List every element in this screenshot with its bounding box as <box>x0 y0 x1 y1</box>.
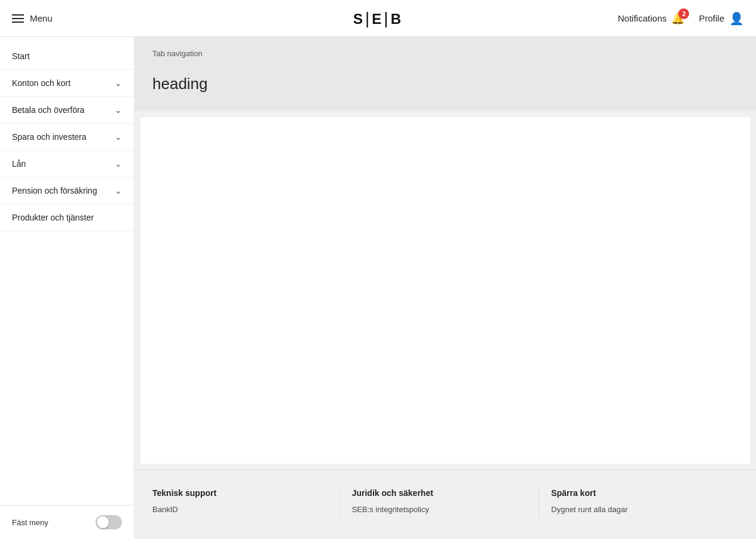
chevron-down-icon: ⌄ <box>115 132 122 142</box>
fixed-menu-label: Fäst meny <box>12 518 48 527</box>
tab-navigation-label: Tab navigation <box>152 49 738 58</box>
sidebar-item-pension[interactable]: Pension och försäkring ⌄ <box>0 177 134 204</box>
sidebar-item-spara-label: Spara och investera <box>12 132 87 142</box>
footer-item-dygnet: Dygnet runt alla dagar <box>551 505 726 514</box>
tab-navigation-banner: Tab navigation <box>134 37 756 69</box>
sidebar-item-lan[interactable]: Lån ⌄ <box>0 151 134 177</box>
profile-button[interactable]: Profile 👤 <box>699 11 744 26</box>
page-heading-text: heading <box>152 75 208 93</box>
footer-col-juridik-title: Juridik och säkerhet <box>352 488 527 498</box>
header-right: Notifications 🔔 2 Profile 👤 <box>618 11 744 26</box>
toggle-knob <box>97 516 109 528</box>
chevron-down-icon: ⌄ <box>115 159 122 169</box>
profile-icon: 👤 <box>729 11 744 26</box>
chevron-down-icon: ⌄ <box>115 186 122 195</box>
footer: Teknisk support BankID Juridik och säker… <box>134 470 756 537</box>
footer-col-sparra: Spärra kort Dygnet runt alla dagar <box>551 488 738 519</box>
hamburger-icon <box>12 14 24 23</box>
sidebar-item-start[interactable]: Start <box>0 43 134 70</box>
notifications-button[interactable]: Notifications 🔔 2 <box>618 12 685 25</box>
notifications-label: Notifications <box>618 13 667 23</box>
footer-col-support: Teknisk support BankID <box>152 488 340 519</box>
logo-text: S|E|B <box>353 9 403 28</box>
sidebar-item-betala-label: Betala och överföra <box>12 105 84 115</box>
footer-col-support-title: Teknisk support <box>152 488 328 498</box>
sidebar-item-produkter[interactable]: Produkter och tjänster <box>0 204 134 231</box>
content-area <box>140 117 750 464</box>
chevron-down-icon: ⌄ <box>115 78 122 88</box>
sidebar-item-lan-label: Lån <box>12 159 26 169</box>
footer-col-juridik: Juridik och säkerhet SEB:s integritetspo… <box>352 488 540 519</box>
fixed-menu-toggle[interactable] <box>96 515 122 529</box>
bell-icon: 🔔 2 <box>671 12 684 25</box>
menu-button[interactable]: Menu <box>12 13 53 23</box>
footer-col-sparra-title: Spärra kort <box>551 488 726 498</box>
sidebar-item-spara[interactable]: Spara och investera ⌄ <box>0 124 134 151</box>
page-heading: heading <box>152 75 738 93</box>
main-content: Tab navigation heading Teknisk support B… <box>134 37 756 539</box>
footer-item-integritetspolicy[interactable]: SEB:s integritetspolicy <box>352 505 527 514</box>
sidebar-item-pension-label: Pension och försäkring <box>12 186 97 195</box>
sidebar-item-betala[interactable]: Betala och överföra ⌄ <box>0 97 134 124</box>
header: Menu S|E|B Notifications 🔔 2 Profile 👤 <box>0 0 756 37</box>
page-heading-area: heading <box>134 69 756 111</box>
sidebar-item-produkter-label: Produkter och tjänster <box>12 213 94 222</box>
sidebar-nav: Start Konton och kort ⌄ Betala och överf… <box>0 37 134 231</box>
footer-item-bankid[interactable]: BankID <box>152 505 328 514</box>
sidebar-footer: Fäst meny <box>0 505 134 539</box>
sidebar-item-konton[interactable]: Konton och kort ⌄ <box>0 70 134 97</box>
notification-badge: 2 <box>678 8 689 19</box>
menu-label: Menu <box>30 13 53 23</box>
sidebar-item-konton-label: Konton och kort <box>12 78 71 88</box>
profile-label: Profile <box>699 13 724 23</box>
sidebar: Start Konton och kort ⌄ Betala och överf… <box>0 37 134 539</box>
logo: S|E|B <box>353 9 403 28</box>
chevron-down-icon: ⌄ <box>115 105 122 115</box>
sidebar-item-start-label: Start <box>12 51 30 61</box>
